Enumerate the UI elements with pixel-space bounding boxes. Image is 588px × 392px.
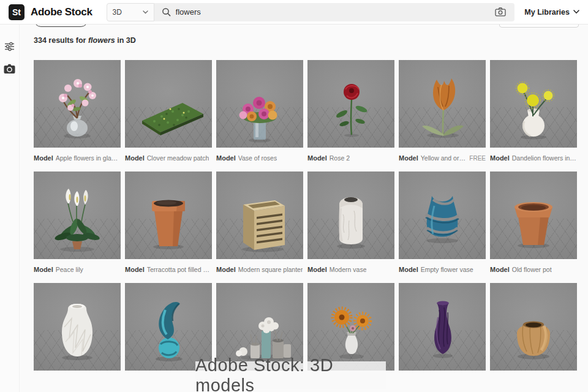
model-type-label: Model [490, 154, 510, 162]
card-label: Model Yellow and ora... FREE [399, 154, 486, 163]
model-type-label: Model [34, 266, 53, 273]
model-title: Clover meadow patch [147, 154, 209, 162]
model-card[interactable]: Model Terracotta pot filled with soil [125, 172, 212, 283]
card-label: Model Rose 2 [307, 154, 394, 163]
results-count-suffix: in 3D [115, 36, 136, 45]
thumbnail-vase-of-roses[interactable] [216, 60, 303, 148]
search-by-image-button[interactable] [491, 4, 510, 20]
card-label: Model Terracotta pot filled with soil [125, 266, 212, 274]
model-3d-render [307, 60, 394, 148]
thumbnail-terracotta-pot-soil[interactable] [125, 172, 212, 259]
thumbnail-dandelions-white-vase[interactable] [490, 60, 577, 148]
thumbnail-white-marble-vase[interactable] [307, 172, 394, 259]
results-count-prefix: 334 results for [34, 36, 88, 45]
my-libraries-label: My Libraries [524, 8, 570, 17]
model-title: Terracotta pot filled with soil [147, 266, 212, 273]
visual-search-button[interactable] [4, 64, 15, 77]
thumbnail-orange-tulip[interactable] [399, 60, 486, 148]
model-type-label: Model [216, 154, 236, 162]
card-label: Model Empty flower vase [399, 266, 486, 274]
model-3d-render [399, 283, 486, 371]
model-card[interactable]: Model Dandelion flowers in a vase [490, 60, 577, 172]
model-3d-render [216, 172, 303, 259]
model-3d-render [34, 283, 121, 371]
model-card[interactable]: Model Old flower pot [490, 172, 577, 283]
thumbnail-peace-lily[interactable] [34, 172, 121, 259]
model-title: Vase of roses [238, 154, 277, 162]
thumbnail-teal-spiral-vase[interactable] [399, 172, 486, 259]
model-card[interactable] [490, 283, 577, 371]
model-title: Dandelion flowers in a vase [512, 154, 577, 162]
model-3d-render [125, 172, 212, 259]
card-label: Model Modern square planter [216, 266, 303, 274]
model-type-label: Model [216, 266, 236, 273]
thumbnail-square-slat-planter[interactable] [216, 172, 303, 259]
card-label: Model Peace lily [34, 266, 121, 274]
model-title: Empty flower vase [421, 266, 473, 273]
model-3d-render [216, 60, 303, 148]
model-3d-render [399, 172, 486, 259]
model-card[interactable]: Model Vase of roses [216, 60, 303, 172]
model-card[interactable]: Model Empty flower vase [399, 172, 486, 283]
thumbnail-round-wooden-pot[interactable] [490, 283, 577, 371]
model-title: Yellow and ora... [421, 154, 466, 162]
category-dropdown[interactable]: 3D [107, 3, 154, 21]
thumbnail-purple-twisted-vase[interactable] [399, 283, 486, 371]
model-card[interactable]: Model Modern square planter [216, 172, 303, 283]
results-grid: Model Apple flowers in glass vase Model … [34, 60, 579, 371]
model-type-label: Model [307, 266, 327, 273]
search-icon [162, 7, 171, 17]
camera-icon [4, 64, 15, 74]
model-type-label: Model [399, 154, 418, 162]
results-count: 334 results for flowers in 3D [34, 36, 579, 45]
model-type-label: Model [125, 266, 145, 273]
model-3d-render [490, 172, 577, 259]
card-label: Model Apple flowers in glass vase [34, 154, 121, 163]
model-title: Old flower pot [512, 266, 552, 273]
search-bar[interactable] [154, 3, 515, 21]
thumbnail-clover-meadow-patch[interactable] [125, 60, 212, 148]
model-title: Peace lily [56, 266, 83, 273]
model-3d-render [125, 60, 212, 148]
thumbnail-white-geometric-vase[interactable] [34, 283, 121, 371]
model-title: Modern vase [330, 266, 367, 273]
model-3d-render [490, 60, 577, 148]
model-title: Apple flowers in glass vase [56, 154, 121, 162]
model-type-label: Model [307, 154, 327, 162]
camera-icon [495, 7, 506, 17]
model-card[interactable]: Model Yellow and ora... FREE [399, 60, 486, 172]
model-type-label: Model [490, 266, 510, 273]
model-card[interactable]: Model Peace lily [34, 172, 121, 283]
screenshot-caption: Adobe Stock: 3D models [195, 361, 386, 389]
thumbnail-old-terracotta-pot[interactable] [490, 172, 577, 259]
model-3d-render [34, 60, 121, 148]
adobe-stock-logo[interactable]: St [9, 4, 24, 20]
model-type-label: Model [399, 266, 418, 273]
model-card[interactable]: Model Modern vase [307, 172, 394, 283]
results-query: flowers [88, 36, 115, 45]
model-card[interactable]: Model Rose 2 [307, 60, 394, 172]
card-label: Model Clover meadow patch [125, 154, 212, 163]
my-libraries-menu[interactable]: My Libraries [524, 8, 579, 17]
chevron-down-icon [143, 10, 148, 14]
free-badge: FREE [466, 155, 486, 162]
model-title: Rose 2 [330, 154, 350, 162]
model-card[interactable]: Model Apple flowers in glass vase [34, 60, 121, 172]
filters-button[interactable] [4, 42, 15, 54]
model-3d-render [490, 283, 577, 371]
model-type-label: Model [34, 154, 53, 162]
model-3d-render [307, 172, 394, 259]
thumbnail-red-rose[interactable] [307, 60, 394, 148]
category-dropdown-value: 3D [113, 8, 122, 17]
model-3d-render [34, 172, 121, 259]
model-card[interactable]: Model Clover meadow patch [125, 60, 212, 172]
model-card[interactable] [399, 283, 486, 371]
model-title: Modern square planter [238, 266, 303, 273]
search-input[interactable] [176, 7, 492, 17]
model-card[interactable] [34, 283, 121, 371]
top-bar: St Adobe Stock 3D My Libraries [0, 0, 588, 24]
thumbnail-apple-blossom-glass-vase[interactable] [34, 60, 121, 148]
card-label: Model Old flower pot [490, 266, 577, 274]
model-3d-render [399, 60, 486, 148]
brand-title: Adobe Stock [31, 6, 92, 18]
